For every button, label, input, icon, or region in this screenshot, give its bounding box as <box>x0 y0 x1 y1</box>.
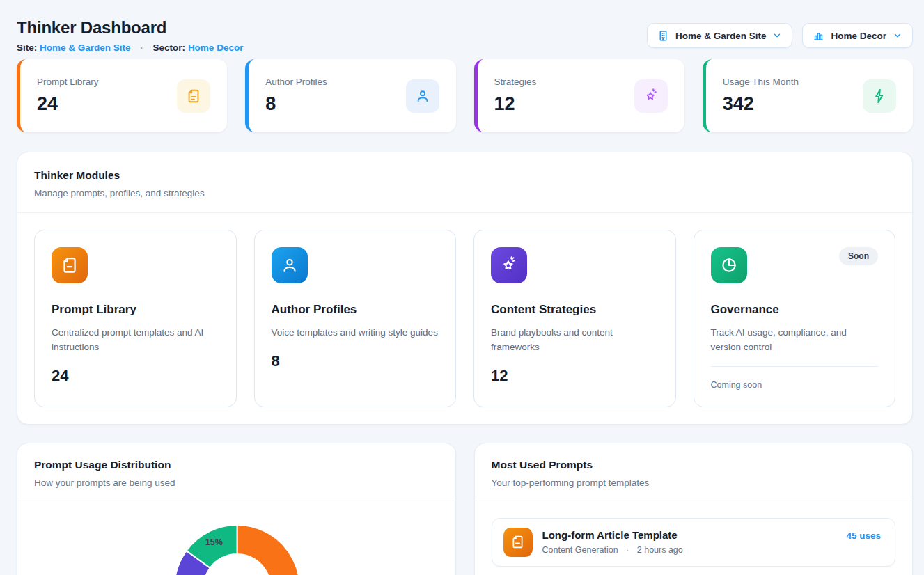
module-description: Track AI usage, compliance, and version … <box>711 326 879 355</box>
sector-selector-label: Home Decor <box>831 31 886 41</box>
pie-chart-icon <box>711 247 747 283</box>
stat-text: Strategies 12 <box>494 77 537 115</box>
stats-row: Prompt Library 24 Author Profiles 8 <box>17 59 913 132</box>
prompts-list: Long-form Article Template Content Gener… <box>475 501 913 575</box>
stat-card-usage: Usage This Month 342 <box>703 59 913 132</box>
header-selectors: Home & Garden Site Home Decor <box>647 23 913 48</box>
dashboard-page: Thinker Dashboard Site: Home & Garden Si… <box>0 0 924 575</box>
bottom-row: Prompt Usage Distribution How your promp… <box>17 443 913 575</box>
modules-panel-subtitle: Manage prompts, profiles, and strategies <box>34 188 895 198</box>
usage-card-header: Prompt Usage Distribution How your promp… <box>17 443 455 501</box>
module-title: Content Strategies <box>491 303 659 317</box>
prompt-item-meta: Content Generation · 2 hours ago <box>542 545 683 555</box>
stat-card-author-profiles: Author Profiles 8 <box>245 59 455 132</box>
prompt-time: 2 hours ago <box>637 545 683 555</box>
prompt-item-text: Long-form Article Template Content Gener… <box>542 528 683 555</box>
donut-chart-svg: 15% <box>17 501 455 575</box>
module-count: 12 <box>491 367 659 385</box>
prompt-usage-card: Prompt Usage Distribution How your promp… <box>17 443 456 575</box>
site-label: Site: <box>17 42 37 53</box>
document-icon <box>52 247 88 283</box>
modules-grid: Prompt Library Centralized prompt templa… <box>17 213 912 424</box>
donut-segment-orange <box>237 525 300 575</box>
chevron-down-icon <box>893 31 902 40</box>
bar-chart-icon <box>813 30 824 42</box>
prompts-card-subtitle: Your top-performing prompt templates <box>492 478 896 488</box>
coming-soon-label: Coming soon <box>711 366 879 390</box>
site-selector-button[interactable]: Home & Garden Site <box>647 23 793 48</box>
page-header: Thinker Dashboard Site: Home & Garden Si… <box>17 18 913 53</box>
most-used-prompts-card: Most Used Prompts Your top-performing pr… <box>474 443 914 575</box>
sector-link[interactable]: Home Decor <box>188 42 244 53</box>
usage-card-title: Prompt Usage Distribution <box>34 459 439 471</box>
modules-panel-title: Thinker Modules <box>34 169 895 182</box>
module-count: 24 <box>52 367 219 385</box>
user-icon <box>406 79 439 113</box>
chevron-down-icon <box>772 31 782 40</box>
lightning-icon <box>863 79 896 113</box>
module-card-governance[interactable]: Soon Governance Track AI usage, complian… <box>694 230 896 407</box>
module-title: Governance <box>711 303 879 317</box>
site-link[interactable]: Home & Garden Site <box>40 42 131 53</box>
site-selector-label: Home & Garden Site <box>675 31 767 41</box>
stat-card-strategies: Strategies 12 <box>474 59 684 132</box>
stat-value: 342 <box>723 93 799 115</box>
stat-label: Prompt Library <box>37 77 99 87</box>
stat-label: Author Profiles <box>265 77 327 87</box>
stat-card-prompt-library: Prompt Library 24 <box>17 59 227 132</box>
building-icon <box>657 30 669 42</box>
stat-label: Usage This Month <box>723 77 799 87</box>
prompt-item-title: Long-form Article Template <box>542 529 683 541</box>
usage-card-subtitle: How your prompts are being used <box>34 478 439 488</box>
module-description: Centralized prompt templates and AI inst… <box>52 326 219 355</box>
stat-value: 24 <box>37 93 99 115</box>
stat-text: Prompt Library 24 <box>37 77 99 115</box>
module-card-prompt-library[interactable]: Prompt Library Centralized prompt templa… <box>34 230 237 407</box>
stat-text: Usage This Month 342 <box>723 77 799 115</box>
module-description: Voice templates and writing style guides <box>272 326 439 340</box>
thinker-modules-panel: Thinker Modules Manage prompts, profiles… <box>17 152 913 425</box>
module-card-content-strategies[interactable]: Content Strategies Brand playbooks and c… <box>473 230 676 407</box>
meta-separator: · <box>626 545 629 555</box>
module-title: Prompt Library <box>52 303 219 317</box>
sector-selector-button[interactable]: Home Decor <box>802 23 913 48</box>
usage-donut-chart: 15% <box>17 501 455 575</box>
module-card-author-profiles[interactable]: Author Profiles Voice templates and writ… <box>254 230 457 407</box>
page-title: Thinker Dashboard <box>17 18 243 38</box>
document-icon <box>177 79 210 113</box>
prompt-category: Content Generation <box>542 545 618 555</box>
modules-panel-header: Thinker Modules Manage prompts, profiles… <box>17 152 912 213</box>
site-sector-subline: Site: Home & Garden Site · Sector: Home … <box>17 42 243 53</box>
prompt-uses-badge: 45 uses <box>846 530 881 541</box>
header-left: Thinker Dashboard Site: Home & Garden Si… <box>17 18 243 53</box>
stat-label: Strategies <box>494 77 537 87</box>
stat-text: Author Profiles 8 <box>265 77 327 115</box>
module-title: Author Profiles <box>272 303 439 317</box>
stat-value: 8 <box>265 93 327 115</box>
sector-label: Sector: <box>153 42 186 53</box>
donut-segment-label: 15% <box>205 537 223 547</box>
sparkle-star-icon <box>491 247 527 283</box>
subline-separator: · <box>140 42 143 53</box>
prompt-list-item[interactable]: Long-form Article Template Content Gener… <box>492 518 896 567</box>
soon-badge: Soon <box>839 247 878 265</box>
user-icon <box>272 247 308 283</box>
module-count: 8 <box>272 352 439 370</box>
document-icon <box>503 528 533 557</box>
stat-value: 12 <box>494 93 537 115</box>
prompts-card-title: Most Used Prompts <box>492 459 896 471</box>
prompts-card-header: Most Used Prompts Your top-performing pr… <box>475 443 913 501</box>
sparkle-star-icon <box>634 79 668 113</box>
module-description: Brand playbooks and content frameworks <box>491 326 659 355</box>
